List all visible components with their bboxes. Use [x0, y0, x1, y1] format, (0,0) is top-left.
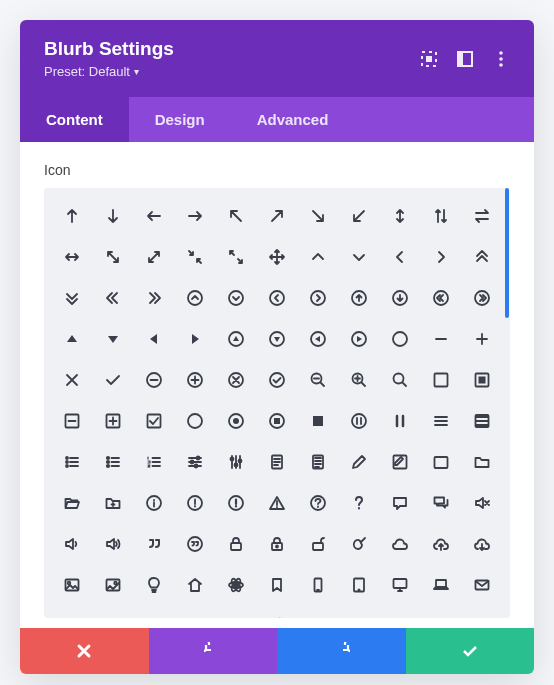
icon-picker[interactable]	[44, 188, 510, 618]
tags-icon[interactable]	[338, 605, 379, 618]
dot-circle-icon[interactable]	[216, 401, 257, 442]
bookmark-o-icon[interactable]	[93, 605, 134, 618]
paperclip-icon[interactable]	[257, 605, 298, 618]
stop-solid-icon[interactable]	[298, 401, 339, 442]
sliders-icon[interactable]	[175, 442, 216, 483]
unlock-icon[interactable]	[298, 523, 339, 564]
circle-left-icon[interactable]	[257, 278, 298, 319]
question-circle-icon[interactable]	[298, 482, 339, 523]
move-cross-icon[interactable]	[257, 237, 298, 278]
comment-icon[interactable]	[379, 482, 420, 523]
check-icon[interactable]	[93, 360, 134, 401]
circle-up-alt-icon[interactable]	[338, 278, 379, 319]
image-icon[interactable]	[52, 564, 93, 605]
arrow-up-left-icon[interactable]	[216, 196, 257, 237]
arrow-up-right-icon[interactable]	[257, 196, 298, 237]
bookmark-icon[interactable]	[257, 564, 298, 605]
cursor-icon[interactable]	[420, 605, 461, 618]
circle-minus-icon[interactable]	[134, 360, 175, 401]
chev-double-right-icon[interactable]	[134, 278, 175, 319]
tri-left-icon[interactable]	[134, 319, 175, 360]
arrow-horizontal-icon[interactable]	[52, 237, 93, 278]
envelope-icon[interactable]	[461, 564, 502, 605]
circle-check-icon[interactable]	[257, 360, 298, 401]
cloud-down-icon[interactable]	[461, 523, 502, 564]
circle-tri-up-icon[interactable]	[216, 319, 257, 360]
expand-out-icon[interactable]	[93, 237, 134, 278]
info-circle-icon[interactable]	[134, 482, 175, 523]
plus-square-icon[interactable]	[93, 401, 134, 442]
arrow-vertical-alt-icon[interactable]	[420, 196, 461, 237]
quote-right-icon[interactable]	[134, 523, 175, 564]
minus-icon[interactable]	[420, 319, 461, 360]
quote-circle-icon[interactable]	[175, 523, 216, 564]
times-icon[interactable]	[52, 360, 93, 401]
guitar-icon[interactable]	[338, 523, 379, 564]
tag-icon[interactable]	[298, 605, 339, 618]
tab-design[interactable]: Design	[129, 97, 231, 142]
chev-up-icon[interactable]	[298, 237, 339, 278]
warning-tri-icon[interactable]	[257, 482, 298, 523]
close-button[interactable]	[20, 628, 149, 674]
tri-right-icon[interactable]	[175, 319, 216, 360]
folder-open-icon[interactable]	[52, 482, 93, 523]
laptop-icon[interactable]	[420, 564, 461, 605]
zoom-out-icon[interactable]	[298, 360, 339, 401]
arrow-down-icon[interactable]	[93, 196, 134, 237]
lightbulb-icon[interactable]	[134, 564, 175, 605]
circle-up-icon[interactable]	[175, 278, 216, 319]
lock-icon[interactable]	[216, 523, 257, 564]
exclaim-alt-icon[interactable]	[216, 482, 257, 523]
pause-icon[interactable]	[379, 401, 420, 442]
arrow-down-right-icon[interactable]	[298, 196, 339, 237]
tab-content[interactable]: Content	[20, 97, 129, 142]
circle-times-icon[interactable]	[216, 360, 257, 401]
expand-in-icon[interactable]	[134, 237, 175, 278]
circle-dbl-right-icon[interactable]	[461, 278, 502, 319]
tri-down-icon[interactable]	[93, 319, 134, 360]
circle-plus-icon[interactable]	[175, 360, 216, 401]
volume-high-icon[interactable]	[93, 523, 134, 564]
blank-square-icon[interactable]	[420, 442, 461, 483]
file-alt-icon[interactable]	[298, 442, 339, 483]
volume-off-icon[interactable]	[461, 482, 502, 523]
check-square-icon[interactable]	[134, 401, 175, 442]
panel-icon[interactable]	[456, 50, 474, 68]
arrow-left-icon[interactable]	[134, 196, 175, 237]
chev-left-icon[interactable]	[379, 237, 420, 278]
minus-square-icon[interactable]	[52, 401, 93, 442]
folder-icon[interactable]	[461, 442, 502, 483]
credit-card-icon[interactable]	[175, 605, 216, 618]
undo-button[interactable]	[149, 628, 278, 674]
lock-open-icon[interactable]	[257, 523, 298, 564]
circle-dbl-left-icon[interactable]	[420, 278, 461, 319]
pencil-icon[interactable]	[338, 442, 379, 483]
search-icon[interactable]	[379, 360, 420, 401]
confirm-button[interactable]	[406, 628, 535, 674]
tri-up-icon[interactable]	[52, 319, 93, 360]
arrow-right-icon[interactable]	[175, 196, 216, 237]
tablet-icon[interactable]	[338, 564, 379, 605]
square-icon[interactable]	[420, 360, 461, 401]
chev-down-icon[interactable]	[338, 237, 379, 278]
stop-circle-icon[interactable]	[257, 401, 298, 442]
microphone-icon[interactable]	[461, 605, 502, 618]
stop-square-icon[interactable]	[461, 360, 502, 401]
expand-icon[interactable]	[216, 237, 257, 278]
circle-down-alt-icon[interactable]	[379, 278, 420, 319]
chev-double-up-icon[interactable]	[461, 237, 502, 278]
chev-double-down-icon[interactable]	[52, 278, 93, 319]
home-icon[interactable]	[175, 564, 216, 605]
exclaim-circle-icon[interactable]	[175, 482, 216, 523]
trash-icon[interactable]	[379, 605, 420, 618]
zoom-in-icon[interactable]	[338, 360, 379, 401]
comments-icon[interactable]	[420, 482, 461, 523]
cloud-icon[interactable]	[379, 523, 420, 564]
volume-low-icon[interactable]	[52, 523, 93, 564]
atom-icon[interactable]	[216, 564, 257, 605]
clipboard-icon[interactable]	[134, 605, 175, 618]
list-ul-icon[interactable]	[93, 442, 134, 483]
list-lines-icon[interactable]	[461, 401, 502, 442]
circle-o-icon[interactable]	[175, 401, 216, 442]
contract-icon[interactable]	[175, 237, 216, 278]
